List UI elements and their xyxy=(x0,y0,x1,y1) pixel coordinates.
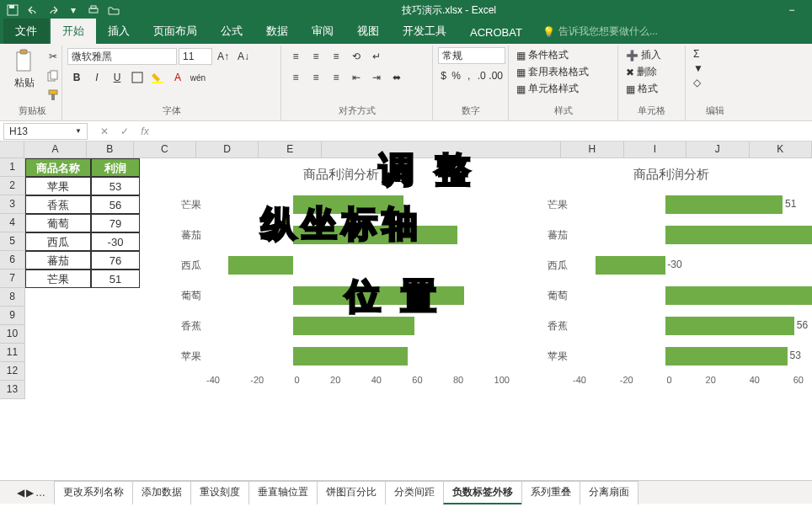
row-3[interactable]: 3 xyxy=(0,195,25,214)
cut-icon[interactable]: ✂ xyxy=(44,47,62,66)
qat-print-icon[interactable] xyxy=(84,2,103,19)
autosum-button[interactable]: Σ xyxy=(691,47,740,61)
font-size[interactable]: 11 xyxy=(179,48,212,65)
tab-acrobat[interactable]: ACROBAT xyxy=(458,21,534,44)
delete-cells-button[interactable]: ✖删除 xyxy=(623,64,680,80)
align-left-icon[interactable]: ≡ xyxy=(286,68,305,87)
tab-layout[interactable]: 页面布局 xyxy=(142,19,209,44)
chart-1[interactable]: 商品利润分析 芒果蕃茄西瓜葡萄香蕉苹果-40-20020406080100 xyxy=(164,158,518,419)
tab-developer[interactable]: 开发工具 xyxy=(391,19,458,44)
col-C[interactable]: C xyxy=(134,141,196,158)
underline-button[interactable]: U xyxy=(108,68,126,87)
cell-B5[interactable]: -30 xyxy=(91,232,140,251)
col-I[interactable]: I xyxy=(624,141,686,158)
sheet-nav-next-icon[interactable]: ▶ xyxy=(26,487,34,499)
align-top-icon[interactable]: ≡ xyxy=(286,47,305,66)
formula-input[interactable] xyxy=(158,123,812,139)
col-J[interactable]: J xyxy=(686,141,749,158)
col-hidden[interactable] xyxy=(322,141,561,158)
tab-view[interactable]: 视图 xyxy=(345,19,391,44)
cell-A5[interactable]: 西瓜 xyxy=(25,232,91,251)
sheet-tab[interactable]: 分类间距 xyxy=(385,481,444,504)
row-7[interactable]: 7 xyxy=(0,270,25,288)
align-center-icon[interactable]: ≡ xyxy=(307,68,325,87)
minimize-button[interactable]: − xyxy=(775,2,809,19)
sheet-tab[interactable]: 垂直轴位置 xyxy=(248,481,318,504)
qat-open-icon[interactable] xyxy=(104,2,123,19)
row-9[interactable]: 9 xyxy=(0,307,25,325)
cell-A1[interactable]: 商品名称 xyxy=(25,158,91,177)
tab-file[interactable]: 文件 xyxy=(3,19,49,44)
align-right-icon[interactable]: ≡ xyxy=(327,68,345,87)
col-A[interactable]: A xyxy=(24,141,87,158)
fill-color-icon[interactable] xyxy=(148,68,167,87)
col-B[interactable]: B xyxy=(87,141,133,158)
tell-me[interactable]: 💡 告诉我您想要做什么... xyxy=(534,19,666,44)
col-H[interactable]: H xyxy=(561,141,623,158)
dec-decimal-icon[interactable]: .00 xyxy=(489,67,503,85)
sheet-tab[interactable]: 重设刻度 xyxy=(190,481,249,504)
cell-B1[interactable]: 利润 xyxy=(91,158,140,177)
format-cells-button[interactable]: ▦格式 xyxy=(623,81,680,97)
copy-icon[interactable] xyxy=(44,67,62,85)
row-13[interactable]: 13 xyxy=(0,381,25,399)
phonetic-icon[interactable]: wén xyxy=(189,68,207,87)
cells[interactable]: 商品名称 利润 苹果53 香蕉56 葡萄79 西瓜-30 蕃茄76 芒果51 xyxy=(25,158,140,288)
tab-review[interactable]: 审阅 xyxy=(300,19,345,44)
align-bottom-icon[interactable]: ≡ xyxy=(327,47,345,66)
sheet-tab[interactable]: 更改系列名称 xyxy=(54,481,133,504)
cell-A6[interactable]: 蕃茄 xyxy=(25,251,91,270)
row-8[interactable]: 8 xyxy=(0,288,25,307)
cell-style-button[interactable]: ▦单元格样式 xyxy=(514,81,612,97)
row-2[interactable]: 2 xyxy=(0,177,25,195)
row-11[interactable]: 11 xyxy=(0,344,25,362)
italic-button[interactable]: I xyxy=(88,68,106,87)
row-6[interactable]: 6 xyxy=(0,251,25,270)
cancel-formula-icon[interactable]: ✕ xyxy=(94,125,115,137)
align-middle-icon[interactable]: ≡ xyxy=(307,47,325,66)
indent-inc-icon[interactable]: ⇥ xyxy=(367,68,386,87)
increase-font-icon[interactable]: A↑ xyxy=(214,47,232,66)
col-D[interactable]: D xyxy=(196,141,259,158)
tab-formulas[interactable]: 公式 xyxy=(209,19,254,44)
cell-A4[interactable]: 葡萄 xyxy=(25,214,91,232)
tab-home[interactable]: 开始 xyxy=(51,19,96,44)
sheet-tab[interactable]: 分离扇面 xyxy=(580,481,638,504)
sheet-tab[interactable]: 负数标签外移 xyxy=(443,481,522,504)
sheet-nav-prev-icon[interactable]: ◀ xyxy=(17,487,24,499)
indent-dec-icon[interactable]: ⇤ xyxy=(347,68,366,87)
undo-icon[interactable] xyxy=(24,2,42,19)
save-icon[interactable] xyxy=(3,2,22,19)
row-4[interactable]: 4 xyxy=(0,214,25,232)
cell-B7[interactable]: 51 xyxy=(91,270,140,288)
cond-format-button[interactable]: ▦条件格式 xyxy=(514,47,612,63)
row-12[interactable]: 12 xyxy=(0,362,25,381)
redo-icon[interactable] xyxy=(44,2,62,19)
cell-B4[interactable]: 79 xyxy=(91,214,140,232)
sheet-tab[interactable]: 饼图百分比 xyxy=(317,481,386,504)
row-5[interactable]: 5 xyxy=(0,232,25,251)
row-1[interactable]: 1 xyxy=(0,158,25,177)
col-K[interactable]: K xyxy=(750,141,812,158)
tab-insert[interactable]: 插入 xyxy=(96,19,142,44)
chart-2[interactable]: 商品利润分析 芒果51蕃茄西瓜-30葡萄香蕉56苹果53-40-20020406… xyxy=(531,158,812,419)
col-E[interactable]: E xyxy=(259,141,321,158)
cell-A7[interactable]: 芒果 xyxy=(25,270,91,288)
select-all[interactable] xyxy=(0,141,24,158)
sheet-tab[interactable]: 系列重叠 xyxy=(521,481,580,504)
paste-button[interactable]: 粘贴 xyxy=(8,47,40,104)
confirm-formula-icon[interactable]: ✓ xyxy=(115,125,135,137)
wrap-text-icon[interactable]: ↵ xyxy=(367,47,386,66)
table-format-button[interactable]: ▦套用表格格式 xyxy=(514,64,612,80)
sheet-tab[interactable]: 添加数据 xyxy=(132,481,191,504)
sheet-nav-more-icon[interactable]: … xyxy=(35,487,45,499)
border-icon[interactable] xyxy=(128,68,147,87)
bold-button[interactable]: B xyxy=(67,68,86,87)
format-painter-icon[interactable] xyxy=(44,86,62,104)
comma-icon[interactable]: , xyxy=(463,67,474,85)
currency-icon[interactable]: $ xyxy=(438,67,449,85)
merge-icon[interactable]: ⬌ xyxy=(387,68,406,87)
insert-cells-button[interactable]: ➕插入 xyxy=(623,47,680,63)
row-10[interactable]: 10 xyxy=(0,325,25,344)
tab-data[interactable]: 数据 xyxy=(254,19,300,44)
